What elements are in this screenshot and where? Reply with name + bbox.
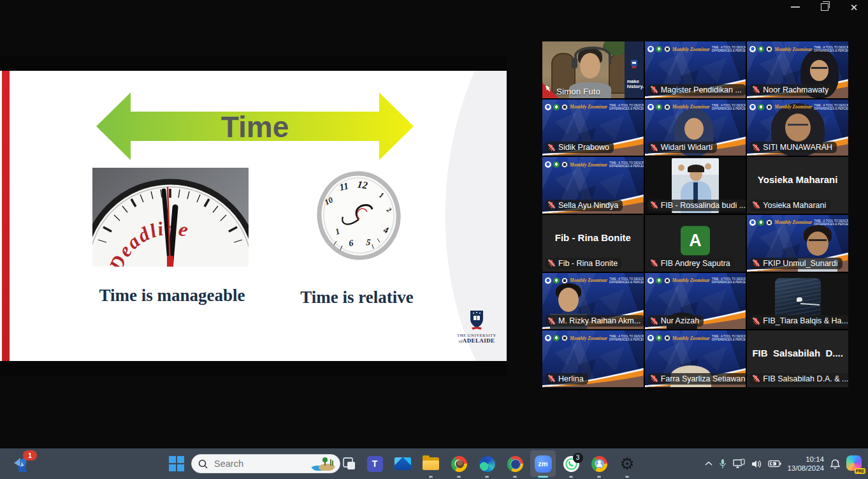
tray-clock[interactable]: 10:14 13/08/2024 [787,455,824,473]
chrome-app-icon[interactable] [445,448,473,479]
participant-name: FIB - Rossalinda budi ... [661,201,746,210]
participant-name-label: FIB Andrey Saputra [647,258,735,269]
faculty-logo-icon [664,335,670,341]
restore-button[interactable] [820,3,830,11]
settings-app-icon[interactable]: ⚙ [613,448,641,479]
participant-name-label: M. Rizky Raihan Akm... [545,315,644,327]
participant-tile[interactable]: Monthly Zoominar TIME : A TOOL TO DESCRI… [542,330,644,387]
participant-name-label: SITI MUNAWARAH [749,142,837,153]
tray-chevron-icon[interactable] [705,461,712,466]
participant-tile[interactable]: Yosieka Maharani Yosieka Maharani [747,157,848,214]
chrome-app-icon[interactable] [501,448,529,479]
mic-muted-icon [650,374,658,383]
participant-tile[interactable]: FIB_Tiara Balqis & Ha... [747,273,848,330]
participant-grid: makehistory. Simon Futo Month [542,41,848,387]
tile-branding-header: Monthly Zoominar TIME : A TOOL TO DESCRI… [749,216,847,229]
ministry-logo-icon [749,104,756,110]
zoominar-series-title: Monthly Zoominar [672,104,710,110]
zoominar-topic: TIME : A TOOL TO DESCRIBE CULTUREDIFFERE… [609,161,644,168]
zoominar-series-title: Monthly Zoominar [570,104,607,110]
participant-tile[interactable]: Monthly Zoominar TIME : A TOOL TO DESCRI… [747,41,848,98]
teams-app-icon[interactable]: T [361,448,389,479]
zoominar-topic: TIME : A TOOL TO DESCRIBE CULTUREDIFFERE… [814,104,848,110]
ministry-logo-icon [647,335,654,341]
battery-icon[interactable] [768,460,781,468]
participant-tile[interactable]: Monthly Zoominar TIME : A TOOL TO DESCRI… [542,273,644,330]
participant-tile[interactable]: makehistory. Simon Futo [542,41,644,98]
mic-muted-icon [650,144,658,152]
tile-branding-header: Monthly Zoominar TIME : A TOOL TO DESCRI… [545,101,642,114]
ministry-logo-icon [749,46,756,52]
participant-name: Herlina [558,374,584,383]
slide-red-stripe [2,71,10,361]
zoom-app-icon[interactable]: zm [529,448,557,479]
university-of-adelaide-logo: THE UNIVERSITY ofADELAIDE [452,310,501,344]
mic-muted-icon [752,144,760,152]
microphone-icon[interactable] [718,459,727,469]
close-button[interactable]: ✕ [849,3,859,11]
participant-tile[interactable]: Monthly Zoominar TIME : A TOOL TO DESCRI… [747,215,848,272]
participant-tile[interactable]: Monthly Zoominar TIME : A TOOL TO DESCRI… [645,41,746,98]
volume-icon[interactable] [751,459,762,469]
mic-muted-icon [650,201,658,209]
participant-tile[interactable]: Monthly Zoominar TIME : A TOOL TO DESCRI… [747,99,848,156]
zoominar-topic: TIME : A TOOL TO DESCRIBE CULTUREDIFFERE… [814,46,848,52]
task-view-icon[interactable] [342,456,357,471]
whatsapp-badge: 3 [573,453,583,463]
shared-screen-slide: Time [0,56,507,376]
adelaide-banner: makehistory. [625,41,644,98]
faculty-logo-icon [766,46,772,52]
zoominar-topic: TIME : A TOOL TO DESCRIBE CULTUREDIFFERE… [814,219,848,226]
participant-tile[interactable]: Monthly Zoominar TIME : A TOOL TO DESCRI… [645,330,746,387]
participant-tile[interactable]: Monthly Zoominar TIME : A TOOL TO DESCRI… [645,99,746,156]
whatsapp-app-icon[interactable]: 3 [557,448,585,479]
participant-name: SITI MUNAWARAH [763,143,832,152]
caption-time-relative: Time is relative [280,287,433,308]
start-button[interactable] [168,455,185,473]
mic-muted-icon [650,85,658,94]
participant-name-label: Noor Rachmawaty [749,84,833,96]
edge-app-icon[interactable] [473,448,501,479]
mic-muted-icon [547,201,556,209]
university-logo-icon [656,335,662,341]
zoominar-topic: TIME : A TOOL TO DESCRIBE CULTUREDIFFERE… [609,335,644,341]
participant-name: FIB Andrey Saputra [661,259,730,268]
university-logo-icon [758,104,764,110]
participant-display-name: FIB Salsabilah D.... [747,330,848,376]
university-logo-icon [553,161,560,168]
university-logo-icon [758,219,764,226]
zoominar-series-title: Monthly Zoominar [672,277,710,283]
participant-tile[interactable]: FIB - Rossalinda budi ... [645,157,746,214]
participant-tile[interactable]: Fib - Rina Bonite Fib - Rina Bonite [542,215,644,272]
mic-muted-icon [752,259,760,267]
participant-name: FKIP Unmul_Sunardi [763,259,837,268]
participant-name-label: Fib - Rina Bonite [545,258,622,269]
network-display-icon[interactable] [733,459,746,469]
widget-badge: 1 [23,450,37,461]
mic-muted-icon [650,259,658,267]
copilot-icon[interactable]: PRE [846,455,863,472]
mail-app-icon[interactable] [389,448,417,479]
zoominar-topic: TIME : A TOOL TO DESCRIBE CULTUREDIFFERE… [609,104,644,110]
university-logo-icon [553,104,560,110]
search-box[interactable] [191,454,340,473]
taskbar: 1 [0,448,868,479]
participant-name-label: Yosieka Maharani [749,200,830,211]
ministry-logo-icon [545,335,551,341]
ministry-logo-icon [545,104,551,110]
participant-name: Noor Rachmawaty [763,85,828,94]
participant-tile[interactable]: Monthly Zoominar TIME : A TOOL TO DESCRI… [542,99,644,156]
zoominar-series-title: Monthly Zoominar [570,277,607,283]
tile-branding-header: Monthly Zoominar TIME : A TOOL TO DESCRI… [749,101,847,114]
minimize-button[interactable] [790,3,800,11]
participant-tile[interactable]: A FIB Andrey Saputra [645,215,746,272]
notification-bell-icon[interactable]: z [830,459,841,469]
search-input[interactable] [213,458,305,469]
participant-tile[interactable]: Monthly Zoominar TIME : A TOOL TO DESCRI… [645,273,746,330]
explorer-app-icon[interactable] [417,448,445,479]
chrome-app-icon[interactable] [585,448,613,479]
participant-tile[interactable]: FIB Salsabilah D.... FIB Salsabilah D.A.… [747,330,848,387]
zoominar-topic: TIME : A TOOL TO DESCRIBE CULTUREDIFFERE… [712,104,746,110]
participant-tile[interactable]: Monthly Zoominar TIME : A TOOL TO DESCRI… [542,157,644,214]
widgets-icon[interactable]: 1 [11,453,34,476]
